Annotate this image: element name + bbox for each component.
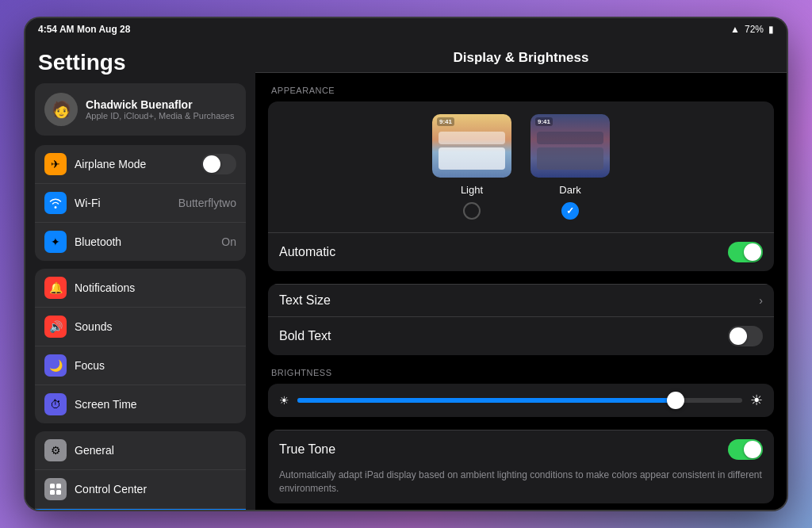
brightness-fill [297, 398, 676, 403]
appearance-section-label: APPEARANCE [268, 86, 774, 95]
brightness-section-label: BRIGHTNESS [268, 368, 774, 377]
appearance-card: 9:41 Light 9:41 [268, 101, 774, 271]
sidebar-item-displaybrightness[interactable]: AA Display & Brightness [35, 509, 246, 510]
notifications-label: Notifications [75, 281, 236, 294]
boldtext-row[interactable]: Bold Text [268, 316, 774, 355]
settings-group-3: ⚙ General Control Center [35, 431, 246, 510]
sidebar-item-notifications[interactable]: 🔔 Notifications [35, 269, 246, 308]
wifi-label: Wi-Fi [75, 197, 170, 209]
brightness-slider-card: ☀ ☀ [268, 384, 774, 417]
brightness-track[interactable] [297, 398, 742, 403]
sidebar-item-wifi[interactable]: Wi-Fi Butterflytwo [35, 184, 246, 223]
light-label: Light [461, 184, 483, 196]
profile-subtitle: Apple ID, iCloud+, Media & Purchases [86, 111, 234, 121]
sidebar-item-focus[interactable]: 🌙 Focus [35, 346, 246, 385]
sounds-label: Sounds [75, 320, 236, 333]
appearance-option-dark[interactable]: 9:41 Dark [530, 114, 610, 220]
light-radio[interactable] [463, 202, 481, 220]
svg-rect-3 [56, 490, 61, 495]
truetone-toggle[interactable] [728, 439, 763, 460]
automatic-toggle[interactable] [728, 242, 763, 262]
panel-header: Display & Brightness [255, 40, 787, 73]
airplane-label: Airplane Mode [75, 158, 193, 170]
screentime-icon: ⏱ [44, 393, 67, 415]
settings-group-1: ✈ Airplane Mode Wi-Fi Bu [35, 145, 246, 261]
avatar: 🧑 [44, 93, 78, 126]
sun-small-icon: ☀ [279, 394, 289, 407]
truetone-toggle-knob [744, 441, 761, 458]
panel-title: Display & Brightness [255, 50, 787, 66]
truetone-desc: Automatically adapt iPad display based o… [268, 469, 774, 503]
airplane-toggle-knob [203, 155, 220, 173]
automatic-label: Automatic [279, 245, 722, 259]
airplane-icon: ✈ [44, 153, 67, 175]
sidebar-item-bluetooth[interactable]: ✦ Bluetooth On [35, 223, 246, 261]
automatic-toggle-knob [744, 243, 761, 261]
profile-name: Chadwick Buenaflor [86, 98, 234, 111]
light-preview: 9:41 [432, 114, 511, 178]
battery-icon: ▮ [768, 24, 774, 35]
automatic-row[interactable]: Automatic [268, 232, 774, 271]
textsize-label: Text Size [279, 293, 753, 308]
boldtext-toggle-knob [730, 327, 747, 345]
airplane-toggle[interactable] [201, 154, 236, 174]
main-content: Settings 🧑 Chadwick Buenaflor Apple ID, … [25, 40, 787, 510]
boldtext-label: Bold Text [279, 329, 722, 343]
textsize-row[interactable]: Text Size › [268, 284, 774, 316]
focus-icon: 🌙 [44, 354, 67, 377]
status-time: 4:54 AM Mon Aug 28 [38, 24, 130, 35]
panel-body: APPEARANCE 9:41 Light [255, 73, 787, 510]
sidebar-item-airplane[interactable]: ✈ Airplane Mode [35, 145, 246, 184]
svg-rect-2 [50, 490, 55, 495]
sidebar: Settings 🧑 Chadwick Buenaflor Apple ID, … [25, 40, 255, 510]
text-section-card: Text Size › Bold Text [268, 284, 774, 355]
brightness-thumb[interactable] [667, 392, 684, 409]
truetone-label: True Tone [279, 442, 722, 457]
svg-rect-1 [56, 484, 61, 488]
true-tone-card: True Tone Automatically adapt iPad displ… [268, 430, 774, 503]
sun-large-icon: ☀ [750, 392, 763, 409]
profile-card[interactable]: 🧑 Chadwick Buenaflor Apple ID, iCloud+, … [35, 83, 246, 136]
general-label: General [75, 444, 236, 457]
notifications-icon: 🔔 [44, 277, 67, 299]
screentime-label: Screen Time [75, 398, 236, 411]
wifi-sidebar-icon [44, 192, 67, 214]
status-right: ▲ 72% ▮ [730, 24, 774, 35]
status-bar: 4:54 AM Mon Aug 28 ▲ 72% ▮ [25, 18, 787, 40]
sounds-icon: 🔊 [44, 316, 67, 338]
brightness-section: BRIGHTNESS ☀ ☀ [268, 368, 774, 417]
focus-label: Focus [75, 359, 236, 372]
dark-label: Dark [559, 184, 580, 196]
sidebar-title: Settings [25, 40, 255, 83]
sidebar-item-sounds[interactable]: 🔊 Sounds [35, 308, 246, 346]
sidebar-item-screentime[interactable]: ⏱ Screen Time [35, 385, 246, 423]
general-icon: ⚙ [44, 439, 67, 461]
appearance-row: 9:41 Light 9:41 [268, 101, 774, 232]
textsize-chevron: › [759, 294, 763, 307]
appearance-option-light[interactable]: 9:41 Light [432, 114, 511, 220]
battery-percent: 72% [745, 24, 764, 35]
truetone-row[interactable]: True Tone [268, 430, 774, 469]
bluetooth-icon: ✦ [44, 231, 67, 253]
controlcenter-label: Control Center [75, 483, 236, 495]
controlcenter-icon [44, 478, 67, 500]
wifi-value: Butterflytwo [178, 197, 236, 209]
dark-radio[interactable] [561, 202, 579, 220]
bluetooth-label: Bluetooth [75, 235, 213, 248]
right-panel: Display & Brightness APPEARANCE 9:41 [255, 40, 787, 510]
bluetooth-value: On [221, 235, 236, 248]
sidebar-item-controlcenter[interactable]: Control Center [35, 470, 246, 509]
profile-info: Chadwick Buenaflor Apple ID, iCloud+, Me… [86, 98, 234, 121]
ipad-frame: 4:54 AM Mon Aug 28 ▲ 72% ▮ Settings 🧑 Ch… [25, 18, 787, 510]
wifi-icon: ▲ [730, 24, 740, 35]
boldtext-toggle[interactable] [728, 326, 763, 346]
settings-group-2: 🔔 Notifications 🔊 Sounds 🌙 Focus ⏱ Scree… [35, 269, 246, 423]
svg-rect-0 [50, 484, 55, 488]
dark-preview: 9:41 [530, 114, 610, 178]
sidebar-item-general[interactable]: ⚙ General [35, 431, 246, 470]
